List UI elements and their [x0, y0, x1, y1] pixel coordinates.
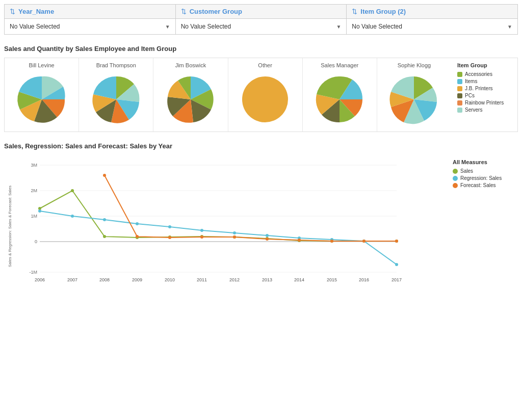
svg-point-50: [136, 235, 139, 238]
filter-customer-header: ⇅ Customer Group: [176, 5, 347, 19]
filter-item-label: Item Group (2): [360, 8, 406, 15]
pie-legend: Item Group Accessories Items J.B. Printe…: [451, 58, 517, 132]
svg-text:1M: 1M: [31, 214, 37, 219]
svg-text:2007: 2007: [67, 277, 77, 282]
svg-point-43: [233, 231, 236, 234]
legend-dot-jb-printers: [457, 86, 462, 91]
svg-text:2006: 2006: [35, 277, 45, 282]
chevron-down-icon-item: ▼: [507, 24, 512, 30]
line-legend-title: All Measures: [453, 159, 512, 165]
legend-dot-regression: [453, 176, 458, 181]
pie-legend-title: Item Group: [457, 62, 511, 68]
svg-point-0: [242, 76, 288, 122]
legend-label-servers: Servers: [465, 107, 482, 113]
legend-label-regression: Regression: Sales: [460, 175, 502, 181]
svg-text:2013: 2013: [262, 277, 272, 282]
pie-col-sophie-klogg: Sophie Klogg: [377, 58, 451, 132]
pie-label-brad-thompson: Brad Thompson: [96, 62, 136, 68]
svg-point-37: [38, 209, 41, 213]
legend-label-forecast: Forecast: Sales: [460, 182, 495, 188]
svg-point-41: [168, 225, 171, 228]
filter-customer-value: No Value Selected: [181, 23, 231, 30]
legend-item-servers: Servers: [457, 107, 511, 113]
svg-point-55: [298, 239, 301, 242]
legend-dot-items: [457, 79, 462, 84]
svg-text:3M: 3M: [31, 163, 37, 168]
legend-item-jb-printers: J.B. Printers: [457, 86, 511, 91]
svg-text:2016: 2016: [359, 277, 369, 282]
sort-icon-customer: ⇅: [181, 8, 187, 15]
pie-chart-title: Sales and Quantity by Sales Employee and…: [4, 45, 518, 52]
legend-label-accessories: Accessories: [465, 71, 492, 77]
forecast-line: [105, 175, 397, 241]
filter-customer-select[interactable]: No Value Selected ▼: [176, 19, 347, 34]
svg-point-27: [103, 235, 106, 238]
filter-item-select[interactable]: No Value Selected ▼: [347, 19, 517, 34]
filter-year-header: ⇅ Year_Name: [5, 5, 175, 19]
legend-dot-accessories: [457, 72, 462, 77]
pie-chart-container: Bill Levine B: [4, 58, 518, 132]
svg-point-53: [233, 235, 236, 239]
filter-item-group[interactable]: ⇅ Item Group (2) No Value Selected ▼: [347, 5, 517, 34]
svg-point-56: [330, 240, 333, 243]
svg-text:2014: 2014: [294, 277, 304, 282]
svg-point-26: [71, 189, 74, 192]
svg-point-51: [168, 236, 171, 239]
svg-text:2010: 2010: [165, 277, 175, 282]
legend-dot-forecast: [453, 183, 458, 188]
filter-item-value: No Value Selected: [352, 23, 402, 30]
legend-dot-sales: [453, 169, 458, 174]
legend-dot-servers: [457, 108, 462, 113]
svg-text:2017: 2017: [392, 277, 402, 282]
legend-label-jb-printers: J.B. Printers: [465, 86, 492, 91]
sort-icon-item: ⇅: [352, 8, 357, 15]
pie-label-other: Other: [258, 62, 272, 68]
legend-item-items: Items: [457, 78, 511, 84]
chevron-down-icon-year: ▼: [165, 24, 170, 30]
svg-point-38: [71, 215, 74, 218]
legend-item-pcs: PCs: [457, 93, 511, 98]
pie-chart-sophie-klogg: [386, 71, 442, 127]
svg-point-48: [395, 263, 398, 266]
legend-label-rainbow-printers: Rainbow Printers: [465, 100, 504, 106]
sort-icon-year: ⇅: [10, 8, 15, 15]
svg-text:2011: 2011: [197, 277, 207, 282]
line-chart-area: Sales & Regression: Sales & Forecast: Sa…: [4, 155, 447, 299]
legend-item-regression: Regression: Sales: [453, 175, 512, 181]
svg-point-57: [362, 240, 366, 243]
chevron-down-icon-customer: ▼: [336, 24, 341, 30]
legend-item-sales: Sales: [453, 168, 512, 174]
pie-chart-other: [237, 71, 293, 127]
svg-text:-1M: -1M: [30, 270, 38, 275]
line-chart-svg: Sales & Regression: Sales & Forecast: Sa…: [4, 155, 422, 298]
svg-text:2012: 2012: [229, 277, 240, 282]
filter-year-name[interactable]: ⇅ Year_Name No Value Selected ▼: [5, 5, 176, 34]
sales-line: [40, 191, 397, 241]
filter-bar: ⇅ Year_Name No Value Selected ▼ ⇅ Custom…: [4, 4, 518, 35]
filter-item-header: ⇅ Item Group (2): [347, 5, 517, 19]
pie-label-sophie-klogg: Sophie Klogg: [398, 62, 431, 68]
legend-dot-pcs: [457, 93, 462, 98]
pie-col-bill-levine: Bill Levine: [5, 58, 79, 132]
pie-col-jim-boswick: Jim Boswick: [153, 58, 228, 132]
filter-customer-label: Customer Group: [190, 8, 242, 15]
line-chart-wrapper: Sales & Regression: Sales & Forecast: Sa…: [4, 155, 518, 299]
pie-label-sales-manager: Sales Manager: [321, 62, 358, 68]
regression-line: [40, 211, 397, 265]
pie-col-other: Other: [228, 58, 303, 132]
svg-text:0: 0: [35, 239, 37, 244]
filter-year-value: No Value Selected: [10, 23, 60, 30]
filter-customer-group[interactable]: ⇅ Customer Group No Value Selected ▼: [176, 5, 347, 34]
pie-chart-jim-boswick: [163, 71, 219, 127]
svg-point-52: [200, 235, 203, 239]
legend-label-pcs: PCs: [465, 93, 475, 98]
svg-text:2M: 2M: [31, 188, 37, 193]
svg-point-54: [266, 238, 269, 241]
pie-col-sales-manager: Sales Manager: [303, 58, 377, 132]
pie-col-brad-thompson: Brad Thompson: [79, 58, 153, 132]
pie-chart-bill-levine: [14, 71, 70, 127]
svg-text:Sales & Regression: Sales & Fo: Sales & Regression: Sales & Forecast: Sa…: [8, 186, 12, 267]
filter-year-select[interactable]: No Value Selected ▼: [5, 19, 175, 34]
legend-item-forecast: Forecast: Sales: [453, 182, 512, 188]
line-chart-title: Sales, Regression: Sales and Forecast: S…: [4, 142, 518, 150]
